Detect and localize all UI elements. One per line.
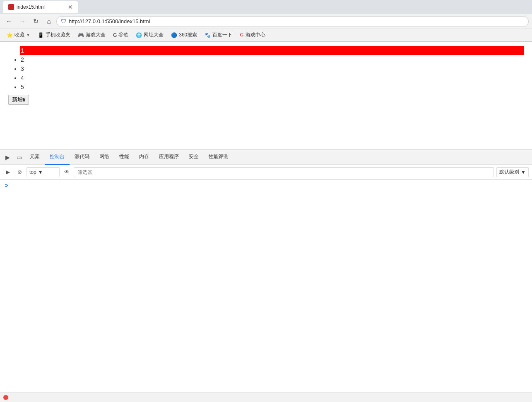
bookmark-label: 游戏中心 [246,31,265,39]
highlighted-item: 1 [20,46,524,55]
tab-console[interactable]: 控制台 [45,150,70,165]
tab-network[interactable]: 网络 [94,150,114,165]
tab-security[interactable]: 安全 [184,150,204,165]
list-item-4: 4 [21,73,524,82]
home-button[interactable]: ⌂ [43,16,55,27]
star-icon: ⭐ [7,32,13,38]
bookmark-favorites[interactable]: ⭐ 收藏 ▼ [3,31,34,40]
bookmark-label: 手机收藏夹 [46,31,70,39]
list-item-1: 1 [21,46,524,55]
gamepad-icon: 🎮 [78,32,84,38]
tab-favicon [8,4,14,10]
bookmark-google[interactable]: G 谷歌 [110,31,132,40]
search-360-icon: 🔵 [171,32,177,38]
bookmarks-bar: ⭐ 收藏 ▼ 📱 手机收藏夹 🎮 游戏大全 G 谷歌 🌐 网址大全 🔵 360搜… [0,29,532,41]
context-dropdown-icon: ▼ [38,169,43,175]
reload-button[interactable]: ↻ [30,16,41,27]
level-selector[interactable]: 默认级别 ▼ [496,167,529,177]
list-item-3: 3 [21,64,524,73]
address-bar[interactable]: 🛡 http://127.0.0.1:5500/index15.html [56,16,529,27]
baidu-icon: 🐾 [205,32,211,38]
tab-performance[interactable]: 性能 [114,150,134,165]
globe-icon: 🌐 [136,32,142,38]
tab-sources[interactable]: 源代码 [70,150,94,165]
console-clear-button[interactable]: ▶ [3,168,12,177]
devtools-device-button[interactable]: ▭ [13,152,25,163]
bookmark-label: 网址大全 [144,31,164,39]
bookmark-label: 谷歌 [118,31,128,39]
tab-memory[interactable]: 内存 [134,150,154,165]
bookmark-label: 游戏大全 [86,31,106,39]
tab-close-button[interactable]: ✕ [68,4,73,10]
prompt-chevron-icon[interactable]: > [5,182,8,189]
tab-elements[interactable]: 元素 [25,150,45,165]
gamecenter-icon: G [240,32,243,38]
status-bar [0,392,532,402]
eye-button[interactable]: 👁 [62,168,71,177]
bookmark-baidu[interactable]: 🐾 百度一下 [201,31,236,40]
level-arrow-icon: ▼ [521,169,526,175]
console-toolbar: ▶ ⊘ top ▼ 👁 默认级别 ▼ [0,165,532,180]
active-tab[interactable]: index15.html ✕ [3,1,78,13]
tab-title: index15.html [17,4,65,10]
address-text: http://127.0.0.1:5500/index15.html [69,18,524,24]
level-label: 默认级别 [499,169,519,176]
browser-chrome: index15.html ✕ ← → ↻ ⌂ 🛡 http://127.0.0.… [0,0,532,42]
console-block-button[interactable]: ⊘ [15,168,24,177]
back-button[interactable]: ← [3,16,15,27]
numbered-list: 1 2 3 4 5 [8,46,524,91]
list-item-2: 2 [21,55,524,64]
bookmark-gamecenter[interactable]: G 游戏中心 [236,31,268,40]
devtools-tab-bar: ▶ ▭ 元素 控制台 源代码 网络 性能 内存 应用程序 安全 性能评测 [0,150,532,165]
tab-bar: index15.html ✕ [0,0,532,14]
bookmark-label: 360搜索 [179,31,197,39]
devtools-inspect-button[interactable]: ▶ [2,152,13,163]
bookmark-nav[interactable]: 🌐 网址大全 [132,31,167,40]
nav-bar: ← → ↻ ⌂ 🛡 http://127.0.0.1:5500/index15.… [0,14,532,29]
tab-perf-insights[interactable]: 性能评测 [204,150,234,165]
status-dot [3,395,8,400]
context-selector[interactable]: top ▼ [26,167,60,177]
bookmark-mobile[interactable]: 📱 手机收藏夹 [34,31,74,40]
mobile-icon: 📱 [38,32,44,38]
bookmark-games[interactable]: 🎮 游戏大全 [75,31,109,40]
bookmark-label: 收藏 [14,31,24,39]
tab-application[interactable]: 应用程序 [154,150,184,165]
filter-input[interactable] [74,167,494,177]
devtools-panel: ▶ ▭ 元素 控制台 源代码 网络 性能 内存 应用程序 安全 性能评测 ▶ [0,149,532,395]
forward-button[interactable]: → [17,16,28,27]
chevron-down-icon: ▼ [26,33,30,37]
page-content: 1 2 3 4 5 新增li [0,42,532,149]
bookmark-360[interactable]: 🔵 360搜索 [168,31,200,40]
console-prompt-line: > [3,181,529,190]
secure-icon: 🛡 [61,18,66,24]
add-li-button[interactable]: 新增li [8,95,29,105]
console-content: > [0,180,532,395]
google-icon: G [113,32,117,38]
bookmark-label: 百度一下 [212,31,232,39]
context-value: top [29,169,36,175]
list-item-5: 5 [21,82,524,91]
